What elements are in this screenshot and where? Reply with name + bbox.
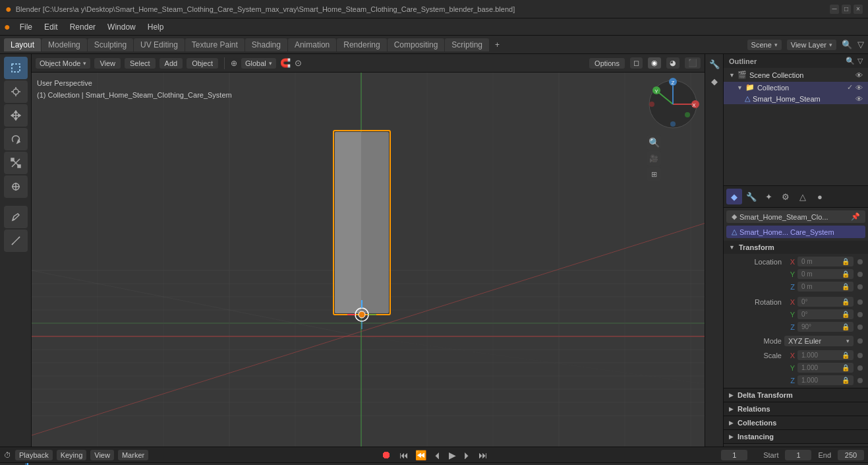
modifier-prop-icon[interactable]: 🔧 [743, 189, 759, 204]
viewport-shading-render[interactable]: ⬛ [685, 57, 701, 69]
menu-edit[interactable]: Edit [39, 21, 63, 33]
measure-tool[interactable] [4, 230, 28, 252]
object-eye-icon[interactable]: 👁 [855, 95, 863, 103]
collections-header[interactable]: ▶ Collections [724, 416, 868, 429]
pin-button[interactable]: 📌 [851, 212, 860, 221]
options-button[interactable]: Options [589, 58, 625, 69]
tab-texture-paint[interactable]: Texture Paint [185, 38, 245, 51]
tab-uv-editing[interactable]: UV Editing [134, 38, 185, 51]
snap-icon[interactable]: 🧲 [280, 58, 291, 68]
menu-render[interactable]: Render [65, 21, 101, 33]
viewport-select-menu[interactable]: Select [125, 58, 156, 69]
viewport-shading-material[interactable]: ◕ [666, 57, 680, 69]
rotation-z-keyframe-dot[interactable] [857, 325, 863, 330]
rotation-x-value[interactable]: 0° 🔒 [797, 297, 854, 307]
camera-view-button[interactable]: 🎥 [647, 151, 661, 166]
location-y-value[interactable]: 0 m 🔒 [797, 269, 854, 279]
grid-view-button[interactable]: ⊞ [647, 167, 661, 181]
play-back-button[interactable]: ⏴ [433, 450, 442, 460]
proportional-edit-icon[interactable]: ⊙ [295, 58, 302, 68]
minimize-button[interactable]: ─ [830, 5, 839, 14]
material-prop-icon[interactable]: ● [812, 189, 828, 204]
rotation-x-keyframe-dot[interactable] [857, 299, 863, 305]
scale-x-keyframe-dot[interactable] [857, 353, 863, 358]
object-name-bar[interactable]: ◆ Smart_Home_Steam_Clo... 📌 [726, 210, 865, 223]
blender-menu-logo[interactable]: ● [4, 21, 11, 33]
current-frame-input[interactable]: 1 [721, 450, 747, 460]
particles-prop-icon[interactable]: ✦ [761, 189, 776, 204]
collection-eye-icon[interactable]: 👁 [855, 84, 863, 92]
instancing-header[interactable]: ▶ Instancing [724, 430, 868, 443]
tab-layout[interactable]: Layout [4, 38, 41, 51]
location-z-keyframe-dot[interactable] [857, 284, 863, 290]
select-box-tool[interactable] [4, 57, 28, 79]
outliner-filter-icon[interactable]: ▽ [857, 57, 863, 65]
tab-scripting[interactable]: Scripting [445, 38, 489, 51]
viewlayer-selector[interactable]: View Layer [787, 40, 836, 50]
tab-shading[interactable]: Shading [245, 38, 287, 51]
rotate-tool[interactable] [4, 128, 28, 150]
end-frame-input[interactable]: 250 [838, 450, 864, 460]
tab-sculpting[interactable]: Sculpting [88, 38, 133, 51]
filter-icon[interactable]: ▽ [857, 40, 864, 49]
close-button[interactable]: × [854, 5, 863, 14]
outliner-search-icon[interactable]: 🔍 [846, 57, 855, 65]
scale-y-value[interactable]: 1.000 🔒 [797, 363, 854, 373]
object-prop-icon[interactable]: ◆ [726, 189, 742, 204]
tab-compositing[interactable]: Compositing [388, 38, 445, 51]
transform-tool[interactable] [4, 175, 28, 198]
menu-help[interactable]: Help [142, 21, 169, 33]
rotation-mode-dropdown[interactable]: XYZ Euler [784, 336, 854, 346]
nav-gizmo[interactable]: X Y Z [647, 78, 699, 131]
location-x-value[interactable]: 0 m 🔒 [797, 257, 854, 266]
scale-z-value[interactable]: 1.000 🔒 [797, 375, 854, 385]
timeline-view-button[interactable]: View [90, 450, 114, 460]
scene-collection-row[interactable]: ▼ 🎬 Scene Collection 👁 [724, 68, 868, 82]
tab-modeling[interactable]: Modeling [42, 38, 87, 51]
playback-button[interactable]: Playback [15, 450, 53, 460]
delta-transform-header[interactable]: ▶ Delta Transform [724, 388, 868, 402]
cursor-tool[interactable] [4, 80, 28, 103]
record-button[interactable]: ⏺ [381, 449, 391, 461]
collection-row[interactable]: ▼ 📁 Collection ✓ 👁 [724, 82, 868, 93]
scale-z-keyframe-dot[interactable] [857, 378, 863, 383]
mode-dropdown[interactable]: Object Mode [36, 58, 90, 69]
tab-rendering[interactable]: Rendering [337, 38, 386, 51]
collection-check-icon[interactable]: ✓ [847, 83, 853, 92]
scale-y-keyframe-dot[interactable] [857, 365, 863, 371]
viewport-shading-wire[interactable]: ◻ [630, 57, 643, 69]
physics-prop-icon[interactable]: ⚙ [778, 189, 794, 204]
rotation-y-value[interactable]: 0° 🔒 [797, 309, 854, 319]
scale-x-value[interactable]: 1.000 🔒 [797, 350, 854, 360]
rotation-z-value[interactable]: 90° 🔒 [797, 322, 854, 332]
titlebar-controls[interactable]: ─ □ × [830, 5, 863, 14]
transform-orientation-dropdown[interactable]: Global [241, 58, 276, 69]
object-data-prop-icon[interactable]: △ [795, 189, 811, 204]
jump-start-button[interactable]: ⏮ [399, 450, 409, 460]
location-y-keyframe-dot[interactable] [857, 272, 863, 277]
scene-selector[interactable]: Scene [747, 40, 782, 50]
location-z-value[interactable]: 0 m 🔒 [797, 282, 854, 292]
tab-add-button[interactable]: + [490, 39, 505, 51]
start-frame-input[interactable]: 1 [785, 450, 811, 460]
viewport-add-menu[interactable]: Add [159, 58, 183, 69]
search-icon[interactable]: 🔍 [842, 40, 852, 49]
mode-keyframe-dot[interactable] [857, 338, 863, 344]
menu-window[interactable]: Window [102, 21, 141, 33]
scene-collection-eye-icon[interactable]: 👁 [855, 71, 863, 79]
viewport-view-menu[interactable]: View [94, 58, 121, 69]
tab-animation[interactable]: Animation [288, 38, 336, 51]
object-row[interactable]: △ Smart_Home_Steam 👁 [724, 93, 868, 104]
skip-end-button[interactable]: ⏭ [478, 450, 488, 460]
maximize-button[interactable]: □ [842, 5, 851, 14]
marker-button[interactable]: Marker [118, 450, 148, 460]
play-forward-button[interactable]: ▶ [449, 450, 456, 460]
scale-tool[interactable] [4, 152, 28, 174]
3d-viewport[interactable]: User Perspective (1) Collection | Smart_… [32, 73, 705, 447]
relations-header[interactable]: ▶ Relations [724, 402, 868, 416]
transform-section-header[interactable]: ▼ Transform [724, 241, 868, 254]
data-name-bar[interactable]: △ Smart_Home... Care_System [726, 226, 865, 238]
tools-panel-toggle[interactable]: 🔧 [707, 57, 722, 71]
move-tool[interactable] [4, 104, 28, 127]
rotation-y-keyframe-dot[interactable] [857, 312, 863, 317]
